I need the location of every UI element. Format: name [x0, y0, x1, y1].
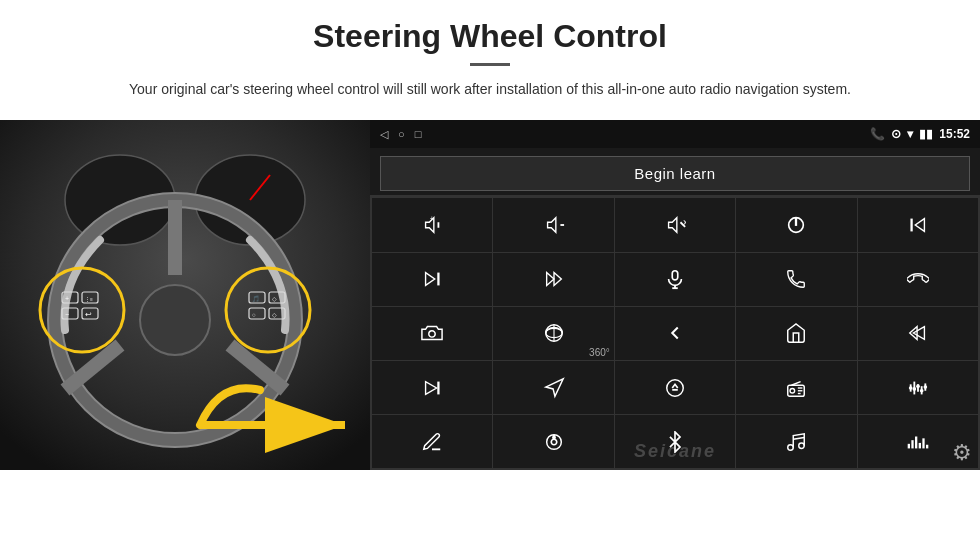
svg-text:↩: ↩: [85, 310, 92, 319]
svg-marker-40: [426, 273, 435, 286]
skip-prev-button[interactable]: [858, 307, 978, 360]
pen-button[interactable]: [372, 415, 492, 468]
clock-display: 15:52: [939, 127, 970, 141]
status-bar-right: 📞 ⊙ ▾ ▮▮ 15:52: [870, 127, 970, 141]
car-image-section: + ⋮≡ − ↩ 🎵 ◇ ○ ◇: [0, 120, 370, 470]
wifi-icon: ▾: [907, 127, 913, 141]
svg-text:○: ○: [252, 312, 256, 318]
icon-grid: + x: [370, 195, 980, 470]
svg-marker-42: [546, 273, 553, 286]
ff-button[interactable]: [493, 253, 613, 306]
radio-button[interactable]: [736, 361, 856, 414]
vol-up-button[interactable]: +: [372, 198, 492, 251]
svg-line-81: [794, 437, 805, 439]
bluetooth-button[interactable]: [615, 415, 735, 468]
svg-rect-45: [672, 271, 678, 280]
vol-down-button[interactable]: [493, 198, 613, 251]
svg-point-79: [788, 445, 794, 451]
nav-recents-icon[interactable]: □: [415, 128, 422, 140]
begin-learn-button[interactable]: Begin learn: [380, 156, 970, 191]
page-wrapper: Steering Wheel Control Your original car…: [0, 0, 980, 470]
svg-point-72: [916, 384, 920, 388]
back-button[interactable]: [615, 307, 735, 360]
svg-point-76: [551, 439, 557, 445]
nav-back-icon[interactable]: ◁: [380, 128, 388, 141]
360-label: 360°: [589, 347, 610, 358]
fast-forward-button[interactable]: [372, 361, 492, 414]
nav-button[interactable]: [493, 361, 613, 414]
svg-marker-55: [426, 381, 437, 394]
svg-text:−: −: [65, 311, 69, 318]
svg-point-73: [920, 388, 924, 392]
svg-point-80: [799, 443, 805, 449]
music-button[interactable]: [736, 415, 856, 468]
header-section: Steering Wheel Control Your original car…: [0, 0, 980, 110]
status-bar-left: ◁ ○ □: [380, 128, 421, 141]
svg-text:x: x: [683, 218, 686, 227]
svg-point-49: [429, 331, 435, 337]
eject-button[interactable]: [615, 361, 735, 414]
svg-point-61: [790, 388, 795, 393]
svg-text:+: +: [430, 214, 434, 223]
phone-icon: 📞: [870, 127, 885, 141]
mute-button[interactable]: x: [615, 198, 735, 251]
svg-point-58: [667, 379, 684, 396]
eq-button[interactable]: [858, 361, 978, 414]
svg-text:+: +: [65, 295, 69, 302]
svg-point-74: [923, 385, 927, 389]
car-background: + ⋮≡ − ↩ 🎵 ◇ ○ ◇: [0, 120, 370, 470]
svg-text:🎵: 🎵: [252, 295, 260, 303]
content-area: + ⋮≡ − ↩ 🎵 ◇ ○ ◇: [0, 120, 980, 470]
svg-point-78: [552, 435, 556, 439]
call-button[interactable]: [736, 253, 856, 306]
view-360-button[interactable]: 360°: [493, 307, 613, 360]
next-track-button[interactable]: [372, 253, 492, 306]
begin-learn-row: Begin learn: [370, 148, 980, 195]
svg-point-71: [912, 387, 916, 391]
svg-text:◇: ◇: [272, 296, 277, 302]
header-description: Your original car's steering wheel contr…: [110, 78, 870, 100]
mic-button[interactable]: [615, 253, 735, 306]
svg-point-70: [909, 386, 913, 390]
status-bar: ◁ ○ □ 📞 ⊙ ▾ ▮▮ 15:52: [370, 120, 980, 148]
location-icon: ⊙: [891, 127, 901, 141]
camera-button[interactable]: [372, 307, 492, 360]
track-prev-button[interactable]: [858, 198, 978, 251]
svg-marker-38: [915, 219, 924, 232]
android-panel: ◁ ○ □ 📞 ⊙ ▾ ▮▮ 15:52 Begin learn: [370, 120, 980, 470]
home-button[interactable]: [736, 307, 856, 360]
battery-icon: ▮▮: [919, 127, 933, 141]
svg-point-9: [140, 285, 210, 355]
steering-wheel-svg: + ⋮≡ − ↩ 🎵 ◇ ○ ◇: [0, 120, 370, 470]
header-divider: [470, 63, 510, 66]
svg-text:◇: ◇: [272, 312, 277, 318]
page-title: Steering Wheel Control: [40, 18, 940, 55]
svg-marker-57: [545, 378, 562, 395]
end-call-button[interactable]: [858, 253, 978, 306]
settings-knob-button[interactable]: [493, 415, 613, 468]
svg-text:⋮≡: ⋮≡: [85, 296, 93, 302]
svg-marker-43: [554, 273, 561, 286]
nav-home-icon[interactable]: ○: [398, 128, 405, 140]
power-button[interactable]: [736, 198, 856, 251]
gear-settings-icon[interactable]: ⚙: [952, 440, 972, 466]
